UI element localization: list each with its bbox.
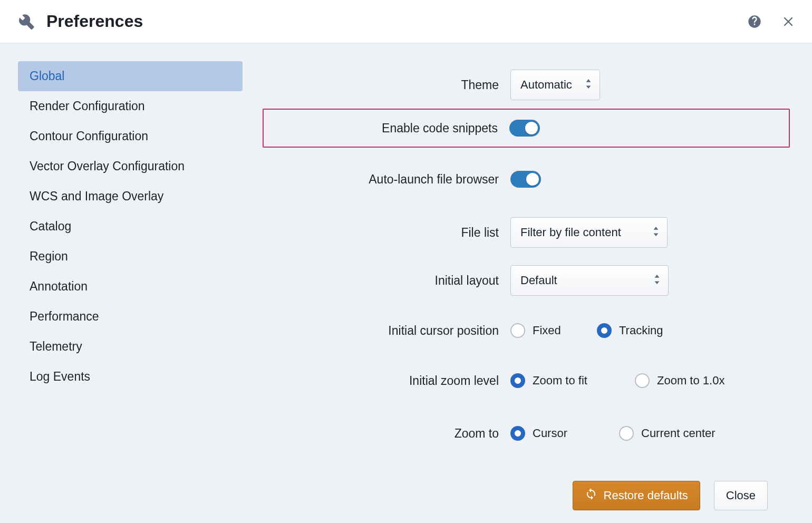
restore-defaults-button[interactable]: Restore defaults <box>573 481 700 510</box>
radio-dot-icon <box>510 323 525 338</box>
restore-defaults-label: Restore defaults <box>604 489 688 502</box>
radio-zoom-to-fit[interactable]: Zoom to fit <box>510 373 612 388</box>
row-cursor-position: Initial cursor position Fixed Tracking <box>258 307 790 354</box>
chevron-updown-icon <box>653 274 661 287</box>
radio-zoom-to-cursor[interactable]: Cursor <box>510 426 596 441</box>
radio-zoom-1x-label: Zoom to 1.0x <box>657 374 724 388</box>
sidebar-item-telemetry[interactable]: Telemetry <box>18 332 243 362</box>
row-file-list: File list Filter by file content <box>258 211 790 254</box>
radio-zoom-to-center[interactable]: Current center <box>619 426 716 441</box>
radio-dot-icon <box>619 426 634 441</box>
label-initial-layout: Initial layout <box>258 274 510 288</box>
row-zoom-level: Initial zoom level Zoom to fit Zoom to 1… <box>258 354 790 407</box>
toggle-enable-snippets[interactable] <box>509 120 540 137</box>
radio-dot-icon <box>510 373 525 388</box>
radio-dot-icon <box>597 323 612 338</box>
label-zoom-level: Initial zoom level <box>258 374 510 388</box>
radio-zoom-to-cursor-label: Cursor <box>533 427 596 440</box>
toggle-auto-launch[interactable] <box>510 171 541 188</box>
radio-cursor-tracking[interactable]: Tracking <box>597 323 663 338</box>
label-theme: Theme <box>258 78 510 92</box>
row-enable-snippets: Enable code snippets <box>263 109 790 148</box>
label-zoom-to: Zoom to <box>258 427 510 441</box>
wrench-icon <box>18 13 36 31</box>
close-icon[interactable] <box>780 14 796 30</box>
sidebar-item-region[interactable]: Region <box>18 241 243 272</box>
sidebar-item-log-events[interactable]: Log Events <box>18 362 243 392</box>
titlebar-right <box>747 14 796 30</box>
radio-dot-icon <box>510 426 525 441</box>
sidebar-item-wcs-image-overlay[interactable]: WCS and Image Overlay <box>18 181 243 211</box>
row-theme: Theme Automatic <box>258 61 790 109</box>
radio-group-cursor: Fixed Tracking <box>510 323 663 338</box>
sidebar-item-global[interactable]: Global <box>18 61 243 91</box>
sidebar-item-catalog[interactable]: Catalog <box>18 211 243 241</box>
titlebar: Preferences <box>0 0 812 43</box>
label-auto-launch: Auto-launch file browser <box>258 172 510 187</box>
sidebar-item-performance[interactable]: Performance <box>18 302 243 332</box>
preferences-dialog: Preferences Global Render Configuration … <box>0 0 812 523</box>
select-theme[interactable]: Automatic <box>510 70 600 100</box>
close-button[interactable]: Close <box>714 481 768 510</box>
label-enable-snippets: Enable code snippets <box>264 121 509 135</box>
radio-zoom-1x[interactable]: Zoom to 1.0x <box>635 373 724 388</box>
radio-cursor-tracking-label: Tracking <box>619 324 663 337</box>
label-file-list: File list <box>258 226 510 240</box>
select-file-list[interactable]: Filter by file content <box>510 217 668 248</box>
titlebar-left: Preferences <box>18 12 747 31</box>
radio-cursor-fixed-label: Fixed <box>533 324 574 337</box>
sidebar-item-annotation[interactable]: Annotation <box>18 272 243 302</box>
select-initial-layout-value: Default <box>520 274 557 287</box>
dialog-footer: Restore defaults Close <box>258 460 790 523</box>
label-cursor-position: Initial cursor position <box>258 324 510 338</box>
help-button[interactable] <box>747 14 762 30</box>
radio-dot-icon <box>635 373 650 388</box>
chevron-updown-icon <box>652 226 660 239</box>
radio-group-zoom-level: Zoom to fit Zoom to 1.0x <box>510 373 724 388</box>
select-initial-layout[interactable]: Default <box>510 265 669 296</box>
radio-cursor-fixed[interactable]: Fixed <box>510 323 574 338</box>
row-initial-layout: Initial layout Default <box>258 254 790 307</box>
sidebar-item-render-configuration[interactable]: Render Configuration <box>18 91 243 121</box>
close-button-label: Close <box>726 489 756 502</box>
select-theme-value: Automatic <box>520 78 572 92</box>
sidebar-item-contour-configuration[interactable]: Contour Configuration <box>18 121 243 151</box>
sidebar-item-vector-overlay-configuration[interactable]: Vector Overlay Configuration <box>18 151 243 181</box>
dialog-title: Preferences <box>46 12 143 31</box>
dialog-body: Global Render Configuration Contour Conf… <box>0 43 812 523</box>
sidebar: Global Render Configuration Contour Conf… <box>0 61 258 523</box>
select-file-list-value: Filter by file content <box>520 226 621 239</box>
row-zoom-to: Zoom to Cursor Current center <box>258 407 790 460</box>
row-auto-launch: Auto-launch file browser <box>258 148 790 211</box>
settings-form: Theme Automatic Enable code snippets <box>258 61 812 523</box>
radio-zoom-to-center-label: Current center <box>641 427 716 440</box>
chevron-updown-icon <box>585 78 592 92</box>
radio-group-zoom-to: Cursor Current center <box>510 426 716 441</box>
refresh-icon <box>585 488 597 503</box>
radio-zoom-to-fit-label: Zoom to fit <box>533 374 612 388</box>
